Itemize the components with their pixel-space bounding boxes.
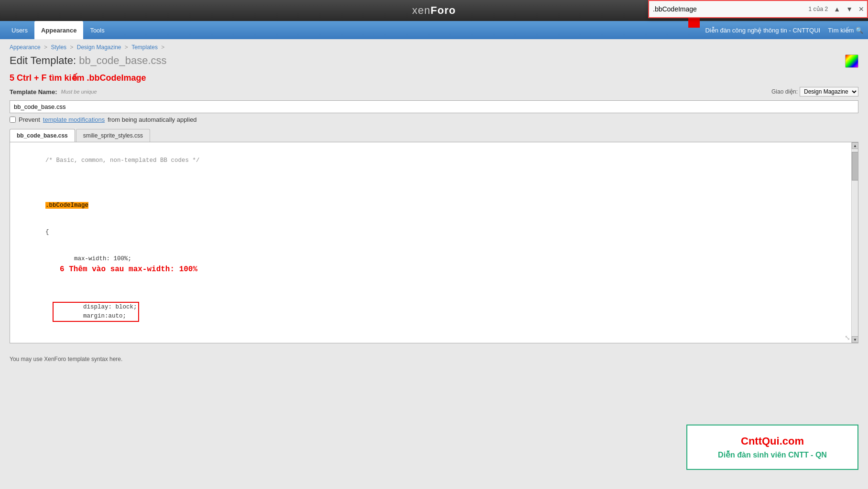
code-bbcodeimage-highlighted: .bbCodeImage <box>45 202 88 209</box>
overlay-site-desc: Diễn đàn sinh viên CNTT - QN <box>697 450 848 459</box>
editor-tabs: bb_code_base.css smilie_sprite_styles.cs… <box>10 129 858 142</box>
content-area: Template Name: Must be unique Giao diện:… <box>0 87 868 353</box>
overlay-site-name: CnttQui.com <box>697 435 848 447</box>
code-content[interactable]: /* Basic, common, non-templated BB codes… <box>10 142 858 343</box>
style-select[interactable]: Design Magazine <box>800 87 858 96</box>
code-editor[interactable]: /* Basic, common, non-templated BB codes… <box>10 142 858 343</box>
code-comment: /* Basic, common, non-templated BB codes… <box>45 157 200 164</box>
tab-smilie-sprite[interactable]: smilie_sprite_styles.css <box>76 129 150 142</box>
scroll-up-button[interactable]: ▲ <box>852 142 858 149</box>
overlay-box: CnttQui.com Diễn đàn sinh viên CNTT - QN <box>686 425 858 470</box>
page-title: Edit Template: bb_code_base.css <box>10 54 167 67</box>
annotation-step6: 6 Thêm vào sau max-width: 100% <box>60 265 197 274</box>
code-max-width: max-width: 100%; <box>45 255 131 262</box>
menu-item-tools[interactable]: Tools <box>83 21 111 39</box>
breadcrumb-templates[interactable]: Templates <box>131 44 158 51</box>
breadcrumb-styles[interactable]: Styles <box>51 44 66 51</box>
code-display-block-wrapper: display: block; margin:auto; <box>17 313 139 330</box>
browser-search-input[interactable]: .bbCodeImage <box>649 3 806 15</box>
menu-bar: Users Appearance Tools Diễn đàn công ngh… <box>0 21 868 39</box>
scrollbar-track[interactable]: ▲ ▼ <box>851 142 858 343</box>
breadcrumb-design-magazine[interactable]: Design Magazine <box>77 44 121 51</box>
template-modifications-link[interactable]: template modifications <box>43 116 105 123</box>
breadcrumb: Appearance > Styles > Design Magazine > … <box>0 39 868 53</box>
resize-handle[interactable]: ⤡ <box>845 334 850 342</box>
prevent-modifications-row: Prevent template modifications from bein… <box>10 116 858 123</box>
page-title-area: Edit Template: bb_code_base.css <box>0 53 868 73</box>
forum-link[interactable]: Diễn đàn công nghệ thông tin - CNTTQUI <box>705 27 820 34</box>
scroll-down-button[interactable]: ▼ <box>852 336 858 343</box>
annotation-step5: 5 Ctrl + F tìm kiếm .bbCodeImage <box>0 73 868 83</box>
logo: xenForo <box>412 4 456 17</box>
code-brace-open1: { <box>45 229 49 235</box>
color-picker-icon[interactable] <box>845 54 858 68</box>
tab-bb-code-base[interactable]: bb_code_base.css <box>10 129 75 142</box>
template-name-label: Template Name: <box>10 88 57 96</box>
scrollbar-thumb[interactable] <box>852 152 858 181</box>
search-count: 1 của 2 <box>806 6 831 12</box>
template-name-row: Template Name: Must be unique Giao diện:… <box>10 87 858 96</box>
code-line-blank1 <box>45 175 49 181</box>
menu-right-links: Diễn đàn công nghệ thông tin - CNTTQUI T… <box>705 27 863 34</box>
breadcrumb-appearance[interactable]: Appearance <box>10 44 41 51</box>
search-close-button[interactable]: ✕ <box>856 3 867 15</box>
search-next-button[interactable]: ▼ <box>843 3 856 15</box>
search-prev-button[interactable]: ▲ <box>831 3 843 15</box>
search-link[interactable]: Tìm kiếm 🔍 <box>828 27 863 34</box>
prevent-modifications-checkbox[interactable] <box>10 117 16 123</box>
browser-search-bar[interactable]: .bbCodeImage 1 của 2 ▲ ▼ ✕ <box>648 0 868 18</box>
menu-item-appearance[interactable]: Appearance <box>34 21 83 39</box>
template-name-hint: Must be unique <box>61 89 97 95</box>
template-name-input[interactable] <box>10 100 858 113</box>
style-selector-row: Giao diện: Design Magazine <box>771 87 858 96</box>
bottom-note: You may use XenForo template syntax here… <box>0 353 868 365</box>
code-display-margin-box: display: block; margin:auto; <box>53 302 139 322</box>
menu-item-users[interactable]: Users <box>5 21 34 39</box>
